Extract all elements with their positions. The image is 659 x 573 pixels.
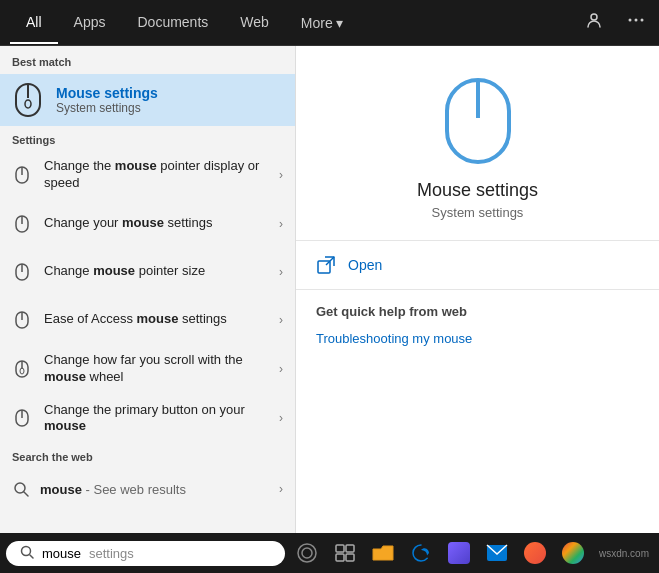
svg-point-3 — [641, 19, 644, 22]
more-options-icon[interactable] — [623, 7, 649, 38]
svg-point-26 — [22, 546, 31, 555]
tab-more[interactable]: More ▾ — [285, 2, 359, 44]
svg-rect-31 — [346, 545, 354, 552]
taskbar: mouse settings — [0, 533, 659, 573]
scroll-wheel-icon — [12, 359, 32, 379]
chevron-right-icon-3: › — [279, 265, 283, 279]
svg-point-1 — [629, 19, 632, 22]
taskbar-icons — [289, 535, 591, 571]
web-search-label: Search the web — [0, 443, 295, 467]
best-match-item[interactable]: Mouse settings System settings — [0, 74, 295, 126]
top-nav: All Apps Documents Web More ▾ — [0, 0, 659, 46]
settings-item-text-scroll-wheel: Change how far you scroll with the mouse… — [44, 352, 267, 386]
chevron-right-icon-6: › — [279, 411, 283, 425]
search-typed-text: mouse — [42, 546, 81, 561]
settings-item-primary-button[interactable]: Change the primary button on your mouse … — [0, 394, 295, 444]
svg-line-27 — [30, 555, 33, 558]
chevron-right-icon-5: › — [279, 362, 283, 376]
external-link-icon — [316, 255, 336, 275]
right-panel: Mouse settings System settings Open Get … — [295, 46, 659, 533]
settings-item-ease-access[interactable]: Ease of Access mouse settings › — [0, 296, 295, 344]
cortana-button[interactable] — [289, 535, 325, 571]
nav-tabs: All Apps Documents Web More ▾ — [10, 2, 359, 44]
edge-button[interactable] — [403, 535, 439, 571]
svg-line-21 — [24, 492, 28, 496]
taskbar-search-icon — [20, 545, 34, 562]
mouse-settings-icon — [12, 84, 44, 116]
svg-rect-33 — [346, 554, 354, 561]
primary-button-icon — [12, 408, 32, 428]
search-circle-icon — [12, 480, 30, 498]
mail-button[interactable] — [479, 535, 515, 571]
settings-item-scroll-wheel[interactable]: Change how far you scroll with the mouse… — [0, 344, 295, 394]
watermark-text: wsxdn.com — [595, 548, 653, 559]
troubleshoot-link[interactable]: Troubleshooting my mouse — [296, 325, 659, 360]
chevron-right-icon-7: › — [279, 482, 283, 496]
feedback-icon[interactable] — [581, 7, 607, 38]
settings-item-pointer-speed[interactable]: Change the mouse pointer display or spee… — [0, 150, 295, 200]
more-chevron-icon: ▾ — [336, 15, 343, 31]
web-search-item[interactable]: mouse - See web results › — [0, 467, 295, 511]
chevron-right-icon: › — [279, 168, 283, 182]
nav-right-icons — [581, 7, 649, 38]
settings-item-mouse-settings[interactable]: Change your mouse settings › — [0, 200, 295, 248]
app-icon-1[interactable] — [441, 535, 477, 571]
mouse-icon-small — [12, 214, 32, 234]
tab-documents[interactable]: Documents — [121, 2, 224, 44]
tab-all[interactable]: All — [10, 2, 58, 44]
settings-item-pointer-size[interactable]: Change mouse pointer size › — [0, 248, 295, 296]
best-match-title: Mouse settings — [56, 85, 158, 101]
taskbar-search-box[interactable]: mouse settings — [6, 541, 285, 566]
chevron-right-icon-4: › — [279, 313, 283, 327]
main-container: Best match Mouse settings System setting… — [0, 46, 659, 533]
settings-label: Settings — [0, 126, 295, 150]
task-view-button[interactable] — [327, 535, 363, 571]
mouse-pointer-icon — [12, 165, 32, 185]
right-panel-subtitle: System settings — [432, 205, 524, 220]
taskbar-right: wsxdn.com — [595, 548, 653, 559]
best-match-subtitle: System settings — [56, 101, 158, 115]
mouse-large-icon — [443, 76, 513, 166]
tab-apps[interactable]: Apps — [58, 2, 122, 44]
settings-item-text-pointer-speed: Change the mouse pointer display or spee… — [44, 158, 267, 192]
settings-item-text-pointer-size: Change mouse pointer size — [44, 263, 267, 280]
best-match-label: Best match — [0, 46, 295, 74]
search-placeholder-text: settings — [89, 546, 134, 561]
svg-point-28 — [298, 544, 316, 562]
right-panel-title: Mouse settings — [417, 180, 538, 201]
open-button[interactable]: Open — [296, 241, 659, 290]
svg-point-6 — [25, 100, 31, 108]
settings-item-text-mouse-settings: Change your mouse settings — [44, 215, 267, 232]
tab-web[interactable]: Web — [224, 2, 285, 44]
svg-rect-30 — [336, 545, 344, 552]
settings-item-text-primary-button: Change the primary button on your mouse — [44, 402, 267, 436]
svg-point-2 — [635, 19, 638, 22]
app-icon-2[interactable] — [517, 535, 553, 571]
app-icon-3[interactable] — [555, 535, 591, 571]
open-label: Open — [348, 257, 382, 273]
right-header: Mouse settings System settings — [296, 46, 659, 240]
chevron-right-icon-2: › — [279, 217, 283, 231]
svg-rect-32 — [336, 554, 344, 561]
ease-access-icon — [12, 310, 32, 330]
quick-help-heading: Get quick help from web — [296, 290, 659, 325]
pointer-size-icon — [12, 262, 32, 282]
settings-item-text-ease-access: Ease of Access mouse settings — [44, 311, 267, 328]
svg-point-29 — [302, 548, 312, 558]
best-match-text: Mouse settings System settings — [56, 85, 158, 115]
web-search-text: mouse - See web results — [40, 482, 269, 497]
left-panel: Best match Mouse settings System setting… — [0, 46, 295, 533]
file-explorer-button[interactable] — [365, 535, 401, 571]
svg-point-0 — [591, 14, 597, 20]
